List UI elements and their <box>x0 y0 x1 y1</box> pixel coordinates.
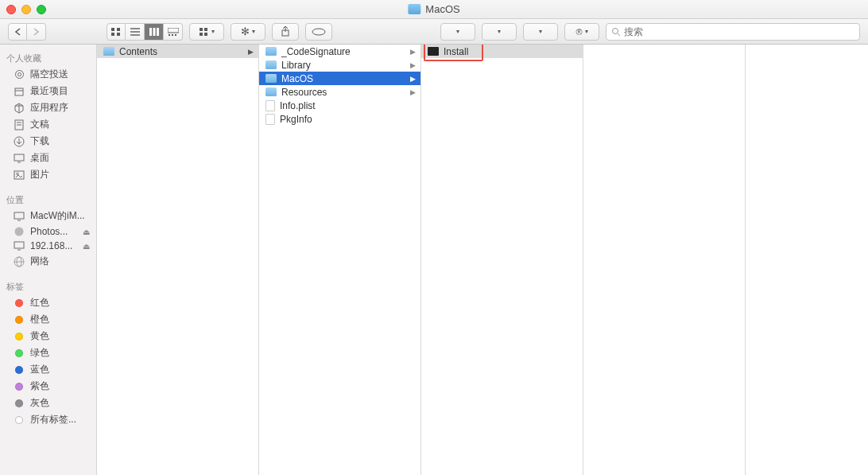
svg-rect-37 <box>14 242 24 248</box>
tag-all-icon <box>15 416 23 424</box>
sidebar-item[interactable]: 下载 <box>0 133 96 150</box>
tag-button[interactable] <box>305 23 332 41</box>
svg-rect-1 <box>117 28 120 31</box>
dropdown-4[interactable]: ®▾ <box>564 23 599 41</box>
desktop-icon <box>13 154 25 163</box>
group-dropdown[interactable]: ▾ <box>189 23 224 41</box>
share-button[interactable] <box>272 23 299 41</box>
tags-header: 标签 <box>0 278 96 294</box>
list-item[interactable]: Info.plist <box>259 99 420 112</box>
apps-icon <box>13 103 25 114</box>
body: 个人收藏 隔空投送最近项目应用程序文稿下载桌面图片 位置 MacW的iM...P… <box>0 45 868 475</box>
list-item[interactable]: MacOS▶ <box>259 72 420 85</box>
svg-rect-32 <box>14 171 24 179</box>
sidebar-item[interactable]: 图片 <box>0 166 96 183</box>
sidebar-item[interactable]: 隔空投送 <box>0 66 96 83</box>
item-label: Library <box>281 60 311 71</box>
sidebar-item[interactable]: 桌面 <box>0 150 96 166</box>
sidebar-item[interactable]: 文稿 <box>0 116 96 133</box>
chevron-right-icon: ▶ <box>410 75 416 83</box>
favorites-header: 个人收藏 <box>0 49 96 66</box>
traffic-lights <box>6 5 46 14</box>
locations-header: 位置 <box>0 191 96 208</box>
chevron-right-icon: ▶ <box>248 48 254 56</box>
search-field[interactable] <box>606 23 860 41</box>
item-label: PkgInfo <box>280 114 312 125</box>
list-item[interactable]: Library▶ <box>259 58 420 72</box>
sidebar-item-label: 图片 <box>30 168 49 181</box>
sidebar-tag-item[interactable]: 红色 <box>0 294 96 311</box>
sidebar-item-label: 黄色 <box>30 329 49 343</box>
minimize-button[interactable] <box>21 5 31 14</box>
svg-line-21 <box>618 33 620 36</box>
svg-rect-0 <box>111 28 114 31</box>
svg-rect-2 <box>111 33 114 36</box>
titlebar: MacOS <box>0 0 868 19</box>
sidebar-item-label: 灰色 <box>30 396 49 410</box>
airdrop-icon <box>13 68 25 80</box>
svg-rect-15 <box>204 28 207 31</box>
tag-dot-icon <box>15 399 23 407</box>
forward-button[interactable] <box>27 23 46 41</box>
dropdown-3[interactable]: ▾ <box>523 23 558 41</box>
sidebar-tag-item[interactable]: 橙色 <box>0 311 96 328</box>
folder-icon <box>103 47 114 56</box>
sidebar-item[interactable]: 192.168...⏏ <box>0 239 96 253</box>
close-button[interactable] <box>6 5 16 14</box>
list-item[interactable]: _CodeSignature▶ <box>259 45 420 58</box>
column[interactable]: _CodeSignature▶Library▶MacOS▶Resources▶I… <box>259 45 421 475</box>
downloads-icon <box>13 136 25 147</box>
sidebar-tag-item[interactable]: 紫色 <box>0 378 96 395</box>
zoom-button[interactable] <box>37 5 46 14</box>
sidebar-item[interactable]: Photos...⏏ <box>0 224 96 239</box>
eject-icon[interactable]: ⏏ <box>83 242 90 251</box>
column-view-button[interactable] <box>145 23 164 41</box>
sidebar-tag-item[interactable]: 绿色 <box>0 345 96 361</box>
tag-dot-icon <box>15 349 23 357</box>
svg-rect-16 <box>200 33 203 36</box>
window-title: MacOS <box>408 3 459 15</box>
file-icon <box>265 114 275 125</box>
svg-point-22 <box>17 73 21 76</box>
dropdown-1[interactable]: ▾ <box>440 23 475 41</box>
dropdown-2[interactable]: ▾ <box>482 23 517 41</box>
svg-rect-24 <box>15 88 23 95</box>
sidebar-item-label: MacW的iM... <box>30 209 85 223</box>
list-item[interactable]: Resources▶ <box>259 85 420 99</box>
gallery-view-button[interactable] <box>164 23 183 41</box>
icon-view-button[interactable] <box>107 23 126 41</box>
action-dropdown[interactable]: ✻▾ <box>231 23 265 41</box>
tag-dot-icon <box>15 366 23 374</box>
tag-dot-icon <box>15 316 23 324</box>
sidebar-tag-item[interactable]: 灰色 <box>0 395 96 411</box>
item-label: _CodeSignature <box>281 46 351 57</box>
column[interactable]: Install <box>421 45 583 475</box>
sidebar-item-label: 网络 <box>30 255 49 268</box>
back-button[interactable] <box>8 23 27 41</box>
list-item[interactable]: PkgInfo <box>259 112 420 126</box>
tag-dot-icon <box>15 383 23 391</box>
search-input[interactable] <box>624 26 854 37</box>
sidebar-item[interactable]: 最近项目 <box>0 83 96 99</box>
item-label: Resources <box>281 87 327 98</box>
item-label: Install <box>444 46 468 57</box>
sidebar-item[interactable]: 应用程序 <box>0 99 96 116</box>
server-icon <box>13 241 25 251</box>
column[interactable]: Contents▶ <box>97 45 259 475</box>
sidebar-item-label: 应用程序 <box>30 101 68 115</box>
sidebar-item-label: Photos... <box>30 226 68 237</box>
sidebar-tag-item[interactable]: 黄色 <box>0 328 96 345</box>
sidebar-tag-item[interactable]: 所有标签... <box>0 411 96 428</box>
list-item[interactable]: Install <box>421 45 583 58</box>
list-view-button[interactable] <box>126 23 145 41</box>
list-item[interactable]: Contents▶ <box>97 45 258 58</box>
sidebar-item-label: 下载 <box>30 134 49 148</box>
sidebar-item-label: 紫色 <box>30 380 49 393</box>
eject-icon[interactable]: ⏏ <box>83 228 90 236</box>
sidebar-item-label: 橙色 <box>30 313 49 326</box>
sidebar-tag-item[interactable]: 蓝色 <box>0 361 96 378</box>
svg-rect-3 <box>117 33 120 36</box>
sidebar-item[interactable]: MacW的iM... <box>0 208 96 224</box>
sidebar-item[interactable]: 网络 <box>0 253 96 270</box>
column[interactable] <box>583 45 746 475</box>
